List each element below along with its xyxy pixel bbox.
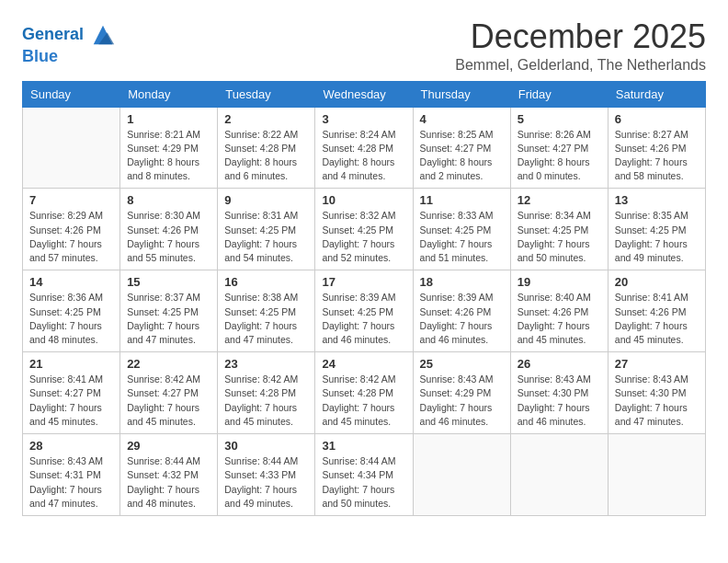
day-info: Sunrise: 8:33 AMSunset: 4:25 PMDaylight:… [420, 209, 504, 265]
day-cell: 9Sunrise: 8:31 AMSunset: 4:25 PMDaylight… [218, 189, 315, 270]
day-number: 24 [322, 357, 405, 371]
page-header: General Blue December 2025 Bemmel, Gelde… [22, 18, 706, 74]
day-cell: 20Sunrise: 8:41 AMSunset: 4:26 PMDayligh… [608, 270, 705, 352]
day-info: Sunrise: 8:44 AMSunset: 4:32 PMDaylight:… [127, 454, 210, 511]
weekday-header-friday: Friday [510, 81, 608, 107]
day-info: Sunrise: 8:37 AMSunset: 4:25 PMDaylight:… [127, 291, 210, 347]
day-number: 27 [615, 357, 699, 371]
logo-icon [90, 22, 116, 48]
day-cell: 1Sunrise: 8:21 AMSunset: 4:29 PMDaylight… [120, 107, 218, 189]
day-info: Sunrise: 8:39 AMSunset: 4:26 PMDaylight:… [420, 291, 504, 347]
day-cell: 18Sunrise: 8:39 AMSunset: 4:26 PMDayligh… [413, 270, 510, 352]
month-title: December 2025 [455, 18, 706, 55]
day-number: 23 [224, 357, 308, 371]
day-info: Sunrise: 8:30 AMSunset: 4:26 PMDaylight:… [127, 209, 210, 265]
title-block: December 2025 Bemmel, Gelderland, The Ne… [455, 18, 706, 74]
day-cell: 24Sunrise: 8:42 AMSunset: 4:28 PMDayligh… [315, 352, 413, 434]
day-number: 10 [322, 193, 405, 207]
day-cell: 14Sunrise: 8:36 AMSunset: 4:25 PMDayligh… [23, 270, 120, 352]
weekday-header-thursday: Thursday [413, 81, 510, 107]
day-info: Sunrise: 8:24 AMSunset: 4:28 PMDaylight:… [322, 128, 405, 184]
day-number: 30 [224, 439, 308, 453]
week-row-2: 7Sunrise: 8:29 AMSunset: 4:26 PMDaylight… [23, 189, 706, 270]
day-number: 9 [224, 193, 308, 207]
weekday-header-row: SundayMondayTuesdayWednesdayThursdayFrid… [23, 81, 706, 107]
day-cell: 27Sunrise: 8:43 AMSunset: 4:30 PMDayligh… [608, 352, 705, 434]
day-info: Sunrise: 8:44 AMSunset: 4:34 PMDaylight:… [322, 454, 405, 511]
day-info: Sunrise: 8:25 AMSunset: 4:27 PMDaylight:… [420, 128, 504, 184]
day-number: 25 [420, 357, 504, 371]
logo-blue-text: Blue [22, 48, 116, 66]
day-cell: 21Sunrise: 8:41 AMSunset: 4:27 PMDayligh… [23, 352, 120, 434]
weekday-header-saturday: Saturday [608, 81, 705, 107]
day-cell: 29Sunrise: 8:44 AMSunset: 4:32 PMDayligh… [120, 434, 218, 516]
day-cell: 4Sunrise: 8:25 AMSunset: 4:27 PMDaylight… [413, 107, 510, 189]
day-cell: 23Sunrise: 8:42 AMSunset: 4:28 PMDayligh… [218, 352, 315, 434]
day-number: 15 [127, 275, 210, 289]
day-cell: 3Sunrise: 8:24 AMSunset: 4:28 PMDaylight… [315, 107, 413, 189]
weekday-header-monday: Monday [120, 81, 218, 107]
day-number: 18 [420, 275, 504, 289]
day-cell: 15Sunrise: 8:37 AMSunset: 4:25 PMDayligh… [120, 270, 218, 352]
day-info: Sunrise: 8:38 AMSunset: 4:25 PMDaylight:… [224, 291, 308, 347]
day-info: Sunrise: 8:42 AMSunset: 4:28 PMDaylight:… [224, 373, 308, 429]
day-cell: 2Sunrise: 8:22 AMSunset: 4:28 PMDaylight… [218, 107, 315, 189]
day-cell [510, 434, 608, 516]
day-number: 3 [322, 112, 405, 126]
day-number: 31 [322, 439, 405, 453]
day-info: Sunrise: 8:40 AMSunset: 4:26 PMDaylight:… [518, 291, 601, 347]
day-cell: 17Sunrise: 8:39 AMSunset: 4:25 PMDayligh… [315, 270, 413, 352]
day-number: 20 [615, 275, 699, 289]
day-number: 17 [322, 275, 405, 289]
day-number: 14 [29, 275, 113, 289]
day-info: Sunrise: 8:34 AMSunset: 4:25 PMDaylight:… [518, 209, 601, 265]
day-number: 8 [127, 193, 210, 207]
day-cell [413, 434, 510, 516]
day-info: Sunrise: 8:42 AMSunset: 4:27 PMDaylight:… [127, 373, 210, 429]
location-title: Bemmel, Gelderland, The Netherlands [455, 57, 706, 74]
day-info: Sunrise: 8:31 AMSunset: 4:25 PMDaylight:… [224, 209, 308, 265]
weekday-header-tuesday: Tuesday [218, 81, 315, 107]
day-info: Sunrise: 8:27 AMSunset: 4:26 PMDaylight:… [615, 128, 699, 184]
day-number: 21 [29, 357, 113, 371]
day-number: 19 [518, 275, 601, 289]
day-number: 12 [518, 193, 601, 207]
day-number: 2 [224, 112, 308, 126]
day-cell: 6Sunrise: 8:27 AMSunset: 4:26 PMDaylight… [608, 107, 705, 189]
day-cell: 5Sunrise: 8:26 AMSunset: 4:27 PMDaylight… [510, 107, 608, 189]
day-number: 22 [127, 357, 210, 371]
day-number: 11 [420, 193, 504, 207]
day-number: 28 [29, 439, 113, 453]
day-cell: 8Sunrise: 8:30 AMSunset: 4:26 PMDaylight… [120, 189, 218, 270]
day-number: 5 [518, 112, 601, 126]
day-number: 29 [127, 439, 210, 453]
day-info: Sunrise: 8:39 AMSunset: 4:25 PMDaylight:… [322, 291, 405, 347]
day-info: Sunrise: 8:29 AMSunset: 4:26 PMDaylight:… [29, 209, 113, 265]
day-cell: 12Sunrise: 8:34 AMSunset: 4:25 PMDayligh… [510, 189, 608, 270]
day-cell: 7Sunrise: 8:29 AMSunset: 4:26 PMDaylight… [23, 189, 120, 270]
day-info: Sunrise: 8:26 AMSunset: 4:27 PMDaylight:… [518, 128, 601, 184]
day-cell: 16Sunrise: 8:38 AMSunset: 4:25 PMDayligh… [218, 270, 315, 352]
day-cell: 10Sunrise: 8:32 AMSunset: 4:25 PMDayligh… [315, 189, 413, 270]
day-info: Sunrise: 8:43 AMSunset: 4:30 PMDaylight:… [518, 373, 601, 429]
week-row-1: 1Sunrise: 8:21 AMSunset: 4:29 PMDaylight… [23, 107, 706, 189]
day-info: Sunrise: 8:43 AMSunset: 4:30 PMDaylight:… [615, 373, 699, 429]
weekday-header-wednesday: Wednesday [315, 81, 413, 107]
week-row-5: 28Sunrise: 8:43 AMSunset: 4:31 PMDayligh… [23, 434, 706, 516]
day-number: 16 [224, 275, 308, 289]
calendar-table: SundayMondayTuesdayWednesdayThursdayFrid… [22, 81, 706, 516]
day-cell: 26Sunrise: 8:43 AMSunset: 4:30 PMDayligh… [510, 352, 608, 434]
logo-text: General [22, 22, 116, 48]
day-info: Sunrise: 8:43 AMSunset: 4:31 PMDaylight:… [29, 454, 113, 511]
day-number: 4 [420, 112, 504, 126]
day-info: Sunrise: 8:42 AMSunset: 4:28 PMDaylight:… [322, 373, 405, 429]
day-cell [23, 107, 120, 189]
day-cell: 11Sunrise: 8:33 AMSunset: 4:25 PMDayligh… [413, 189, 510, 270]
day-cell [608, 434, 705, 516]
day-info: Sunrise: 8:41 AMSunset: 4:26 PMDaylight:… [615, 291, 699, 347]
day-info: Sunrise: 8:35 AMSunset: 4:25 PMDaylight:… [615, 209, 699, 265]
day-cell: 13Sunrise: 8:35 AMSunset: 4:25 PMDayligh… [608, 189, 705, 270]
day-cell: 19Sunrise: 8:40 AMSunset: 4:26 PMDayligh… [510, 270, 608, 352]
week-row-4: 21Sunrise: 8:41 AMSunset: 4:27 PMDayligh… [23, 352, 706, 434]
week-row-3: 14Sunrise: 8:36 AMSunset: 4:25 PMDayligh… [23, 270, 706, 352]
